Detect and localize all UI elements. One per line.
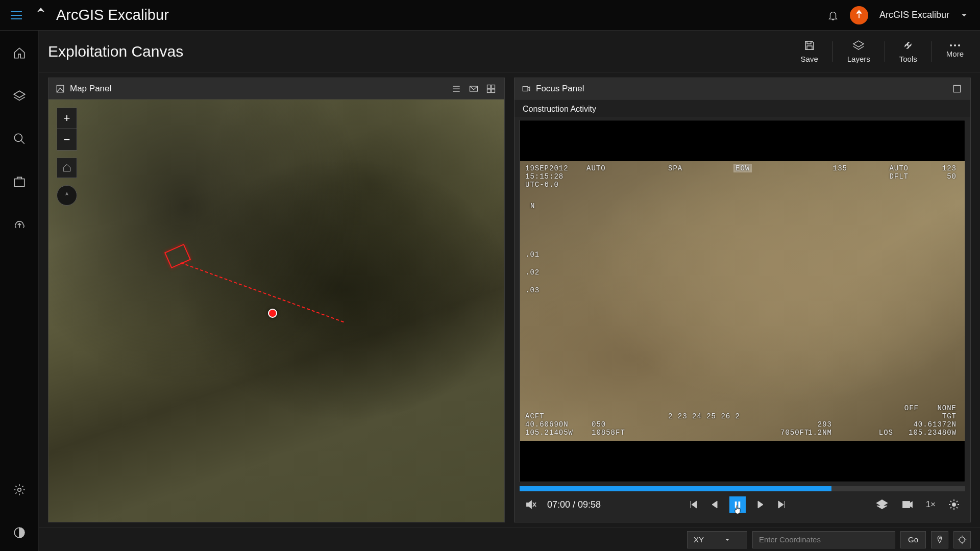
coord-type-select[interactable]: XY [687,531,747,548]
platform-position-marker [268,309,277,318]
focus-subtitle: Construction Activity [514,99,970,117]
hud-los: LOS [879,429,893,437]
user-label: ArcGIS Excalibur [879,10,949,20]
rail-home[interactable] [11,45,28,61]
coord-input[interactable] [752,531,895,548]
hud-eow: EOW [733,164,752,172]
video-settings-button[interactable] [947,497,961,512]
rail-settings[interactable] [11,482,28,498]
tools-label: Tools [899,55,917,63]
chevron-down-icon [724,537,730,543]
hud-auto-l: AUTO [586,164,606,172]
step-forward-button[interactable] [753,497,767,512]
notifications-icon[interactable] [827,10,839,21]
hud-293: 293 [818,420,832,429]
coord-type-value: XY [694,535,704,544]
page-title: Exploitation Canvas [48,43,183,60]
step-back-button[interactable] [708,497,722,512]
app-title: ArcGIS Excalibur [56,7,169,23]
svg-rect-1 [14,179,24,187]
side-rail [0,31,39,551]
rail-projects[interactable] [11,173,28,190]
svg-point-16 [939,537,941,538]
pause-button[interactable] [729,496,746,513]
video-icon [522,84,531,93]
video-shell: 19SEP2012 AUTO SPA EOW 135 AUTO 123 15:1… [520,120,965,482]
svg-point-17 [960,537,965,542]
svg-rect-11 [953,85,960,92]
skip-end-button[interactable] [774,497,789,512]
map-extent-button[interactable] [468,83,480,95]
focus-expand-button[interactable] [951,83,963,95]
hud-date: 19SEP2012 [525,164,569,172]
map-list-button[interactable] [450,83,462,95]
hud-050: 050 [592,420,606,429]
hud-utc: UTC-6.0 [525,181,559,189]
layers-button[interactable]: Layers [840,37,877,65]
more-dots-icon [950,44,960,46]
hud-ticks: 2 23 24 25 26 2 [668,412,740,420]
zoom-in-button[interactable]: + [57,108,77,129]
hud-lon-l: 105.21405W [525,429,573,437]
map-compass-button[interactable] [57,185,77,206]
footer-bar: XY Go [39,528,980,551]
sensor-line-marker [181,262,344,322]
go-button[interactable]: Go [900,531,926,548]
chevron-down-icon[interactable] [961,12,968,19]
svg-point-2 [17,488,21,492]
menu-button[interactable] [6,5,27,26]
map-panel: Map Panel + − [48,78,505,522]
svg-rect-6 [487,85,491,88]
svg-rect-12 [735,502,737,508]
svg-rect-13 [739,502,741,508]
hamburger-icon [11,15,22,16]
hud-hdg: 135 [833,164,847,172]
skip-start-button[interactable] [687,497,701,512]
hud-time: 15:15:28 [525,172,564,181]
tools-button[interactable]: Tools [892,37,924,65]
svg-rect-10 [523,86,528,91]
video-layers-button[interactable] [875,497,889,512]
topbar: ArcGIS Excalibur ArcGIS Excalibur [0,0,980,31]
hud-acft: ACFT [525,412,545,420]
svg-rect-8 [487,89,491,92]
svg-point-0 [14,134,22,141]
video-frame[interactable]: 19SEP2012 AUTO SPA EOW 135 AUTO 123 15:1… [520,161,965,441]
pin-button[interactable] [931,531,948,548]
hud-dflt: DFLT [889,172,909,181]
more-label: More [946,49,964,58]
user-avatar[interactable] [850,6,868,24]
hud-lat-l: 40.60690N [525,420,569,429]
video-speed[interactable]: 1× [926,499,936,510]
hud-lon-r: 105.23480W [909,429,957,437]
map-grid-button[interactable] [485,83,497,95]
map-canvas[interactable]: + − [48,99,504,522]
svg-rect-9 [492,89,495,92]
video-capture-button[interactable] [900,497,915,512]
map-home-button[interactable] [57,158,77,178]
hud-alt1: 10858FT [592,429,625,437]
hud-north: N [530,202,535,210]
save-button[interactable]: Save [794,37,825,65]
hud-lat-r: 40.61372N [913,420,957,429]
rail-layers[interactable] [11,88,28,104]
hud-alt2: 7050FT [780,429,809,437]
hud-s02: .02 [525,268,540,277]
rail-upload[interactable] [11,216,28,233]
hud-s03: .03 [525,286,540,294]
zoom-out-button[interactable]: − [57,129,77,151]
layers-label: Layers [847,55,870,63]
excalibur-logo-icon [32,6,50,24]
more-button[interactable]: More [939,42,971,60]
locate-button[interactable] [953,531,971,548]
video-controls: 07:00 / 09:58 [514,491,970,522]
hud-spa: SPA [668,164,682,172]
video-progress-bar[interactable] [520,486,965,491]
mute-button[interactable] [524,497,538,512]
save-label: Save [801,55,818,63]
rail-search[interactable] [11,131,28,147]
video-time: 07:00 / 09:58 [547,499,601,510]
rail-theme[interactable] [11,524,28,541]
page-toolbar: Exploitation Canvas Save Layers Tools [39,31,980,72]
hud-off: OFF [904,404,919,412]
